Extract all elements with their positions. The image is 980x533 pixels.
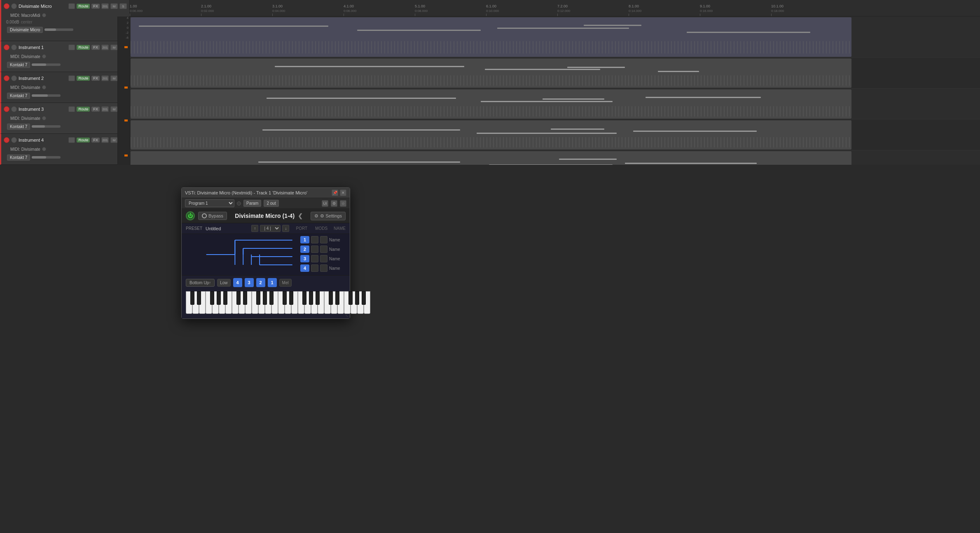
track-4-route[interactable]: Route bbox=[77, 107, 90, 112]
track-4-midi[interactable] bbox=[11, 106, 17, 112]
plugin-bar-extra2[interactable]: ⚙ bbox=[331, 200, 337, 207]
piano-black-key[interactable] bbox=[355, 291, 359, 305]
plugin-settings-btn[interactable]: ⚙ ⚙ Settings bbox=[311, 212, 346, 220]
track-1-solo[interactable]: S bbox=[119, 3, 127, 9]
track-5-volume-slider[interactable] bbox=[32, 156, 61, 159]
channel-1-btn[interactable]: 1 bbox=[300, 236, 309, 243]
low-btn[interactable]: Low bbox=[217, 279, 230, 287]
track-2-power[interactable] bbox=[4, 44, 9, 50]
track-3-fx[interactable]: FX bbox=[91, 76, 100, 81]
track-3-midi[interactable] bbox=[11, 75, 17, 81]
piano-black-key[interactable] bbox=[309, 291, 313, 305]
track-5-fx[interactable]: FX bbox=[91, 138, 100, 143]
track-1-mute[interactable]: M bbox=[110, 3, 118, 9]
plugin-nav-arrow[interactable]: ❮ bbox=[298, 213, 303, 219]
track-4-volume-slider[interactable] bbox=[32, 125, 61, 128]
plugin-bypass-btn[interactable]: Bypass bbox=[198, 212, 227, 220]
track-2-monitor[interactable] bbox=[68, 44, 75, 50]
plugin-bar-extra1[interactable]: UI bbox=[322, 200, 328, 207]
plugin-close-btn[interactable]: ✕ bbox=[340, 189, 346, 196]
plugin-bar-extra3[interactable]: ☆ bbox=[340, 200, 346, 207]
track-1-route[interactable]: Route bbox=[77, 4, 90, 9]
piano-black-key[interactable] bbox=[217, 291, 221, 305]
piano-black-key[interactable] bbox=[197, 291, 201, 305]
track-2-instrument[interactable]: Kontakt 7 bbox=[7, 62, 30, 68]
plugin-power-btn[interactable]: ⏻ bbox=[186, 211, 195, 220]
plugin-param-btn[interactable]: Param bbox=[243, 200, 261, 207]
channel-2-btn[interactable]: 2 bbox=[300, 245, 309, 253]
track-3-send[interactable]: 201 bbox=[101, 75, 109, 81]
track-1-midi[interactable] bbox=[11, 3, 17, 9]
channel-1-mod[interactable] bbox=[320, 236, 327, 243]
midi-block-4[interactable] bbox=[131, 120, 851, 150]
track-5-route[interactable]: Route bbox=[77, 138, 90, 143]
track-5-send[interactable]: 201 bbox=[101, 137, 109, 143]
plugin-pin-btn[interactable]: 📌 bbox=[332, 189, 338, 196]
piano-black-key[interactable] bbox=[256, 291, 260, 305]
voice-1-btn[interactable]: 1 bbox=[268, 278, 277, 287]
track-2-fx[interactable]: FX bbox=[91, 45, 100, 50]
direction-btn[interactable]: Bottom Up↑ bbox=[186, 279, 215, 287]
piano-black-key[interactable] bbox=[302, 291, 306, 305]
track-4-instrument[interactable]: Kontakt 7 bbox=[7, 124, 30, 130]
piano-black-key[interactable] bbox=[362, 291, 366, 305]
channel-3-btn[interactable]: 3 bbox=[300, 255, 309, 262]
track-1-power[interactable] bbox=[4, 3, 9, 9]
channel-2-mod[interactable] bbox=[320, 245, 327, 253]
midi-block-3[interactable] bbox=[131, 89, 851, 119]
piano-black-key[interactable] bbox=[263, 291, 267, 305]
piano-black-key[interactable] bbox=[329, 291, 333, 305]
track-5-instrument[interactable]: Kontakt 7 bbox=[7, 154, 30, 161]
track-5-power[interactable] bbox=[4, 137, 9, 143]
track-1-midi-btn[interactable] bbox=[42, 13, 46, 17]
piano-black-key[interactable] bbox=[210, 291, 214, 305]
track-4-fx[interactable]: FX bbox=[91, 107, 100, 112]
channel-3-port[interactable] bbox=[311, 255, 318, 262]
preset-up-btn[interactable]: ↑ bbox=[251, 225, 258, 232]
piano-black-key[interactable] bbox=[269, 291, 274, 305]
track-5-monitor[interactable] bbox=[68, 137, 75, 143]
track-3-monitor[interactable] bbox=[68, 75, 75, 81]
track-3-power[interactable] bbox=[4, 75, 9, 81]
piano-black-key[interactable] bbox=[190, 291, 194, 305]
piano-black-key[interactable] bbox=[243, 291, 247, 305]
track-2-mute[interactable]: M bbox=[110, 44, 118, 50]
track-4-midi-btn[interactable] bbox=[42, 116, 46, 120]
track-5-midi[interactable] bbox=[11, 137, 17, 143]
track-2-midi-btn[interactable] bbox=[42, 54, 46, 58]
track-1-instrument[interactable]: Divisimate Micro bbox=[7, 27, 43, 33]
piano-black-key[interactable] bbox=[335, 291, 339, 305]
track-4-send[interactable]: 201 bbox=[101, 106, 109, 112]
channel-2-port[interactable] bbox=[311, 245, 318, 253]
track-3-mute[interactable]: M bbox=[110, 75, 118, 81]
track-1-volume-slider[interactable] bbox=[44, 28, 73, 31]
piano-black-key[interactable] bbox=[348, 291, 353, 305]
track-3-instrument[interactable]: Kontakt 7 bbox=[7, 93, 30, 99]
piano-black-key[interactable] bbox=[236, 291, 241, 305]
channel-1-port[interactable] bbox=[311, 236, 318, 243]
piano-black-key[interactable] bbox=[289, 291, 293, 305]
piano-black-key[interactable] bbox=[283, 291, 287, 305]
midi-block-2[interactable] bbox=[131, 58, 851, 88]
track-2-route[interactable]: Route bbox=[77, 45, 90, 50]
mel-btn[interactable]: Mel bbox=[279, 279, 292, 287]
plugin-out-btn[interactable]: 2 out bbox=[264, 200, 278, 207]
track-1-monitor[interactable] bbox=[68, 3, 75, 9]
piano-black-key[interactable] bbox=[223, 291, 227, 305]
track-4-power[interactable] bbox=[4, 106, 9, 112]
channel-4-mod[interactable] bbox=[320, 264, 327, 272]
preset-down-btn[interactable]: ↓ bbox=[282, 225, 289, 232]
midi-block-1[interactable] bbox=[131, 17, 851, 57]
track-1-fx[interactable]: FX bbox=[91, 4, 100, 9]
track-1-send[interactable]: 201 bbox=[101, 3, 109, 9]
track-3-route[interactable]: Route bbox=[77, 76, 90, 81]
track-4-mute[interactable]: M bbox=[110, 106, 118, 112]
piano-black-key[interactable] bbox=[316, 291, 320, 305]
preset-select[interactable]: | 4 | bbox=[260, 225, 281, 232]
plugin-program-select[interactable]: Program 1 bbox=[185, 199, 234, 207]
track-2-midi[interactable] bbox=[11, 44, 17, 50]
resize-handle[interactable]: ⟍ bbox=[345, 313, 350, 318]
voice-2-btn[interactable]: 2 bbox=[256, 278, 265, 287]
midi-block-5[interactable] bbox=[131, 151, 851, 165]
track-3-midi-btn[interactable] bbox=[42, 85, 46, 89]
